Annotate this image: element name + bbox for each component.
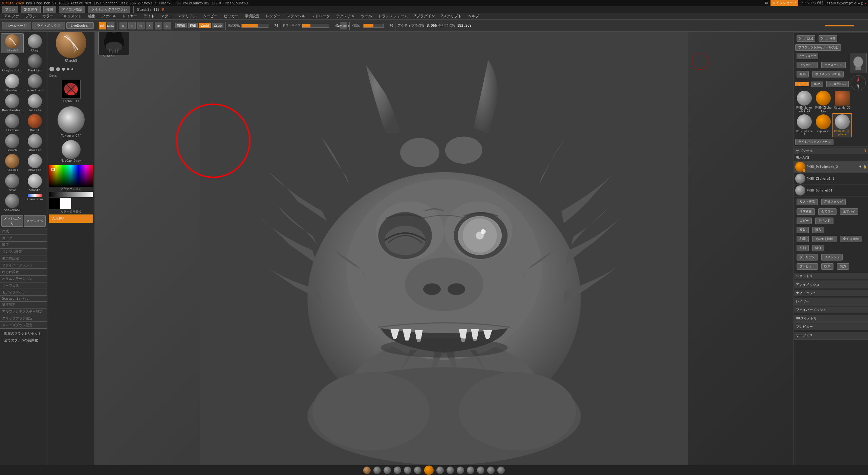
delete-all-button[interactable]: 全て を削除 bbox=[840, 236, 862, 242]
split-button[interactable]: 分割 bbox=[797, 245, 809, 251]
menu-edit[interactable]: 編集 bbox=[85, 13, 98, 19]
menu-render[interactable]: レンダー bbox=[263, 13, 283, 19]
tool-pm3d-zsphere[interactable]: PM3D_ZSphere1 bbox=[814, 90, 832, 113]
copy-subtool-button[interactable]: コピー bbox=[797, 218, 812, 224]
brush-hpolish[interactable]: hPolish bbox=[24, 153, 46, 173]
icon-set-button[interactable]: アイコン指定 bbox=[59, 5, 85, 14]
lock-icon[interactable]: 🔒 bbox=[863, 165, 867, 168]
tool-save-button[interactable]: ツール保存 bbox=[819, 35, 837, 42]
import-button[interactable]: インポート bbox=[797, 62, 818, 68]
append-button[interactable]: アペンド bbox=[815, 218, 833, 224]
texture-preview[interactable] bbox=[58, 106, 85, 133]
menu-stroke[interactable]: ストローク bbox=[309, 13, 333, 19]
section-fibermesh[interactable]: ファイバーメッシュ bbox=[0, 262, 47, 269]
all-low-button[interactable]: 全てロー bbox=[818, 208, 837, 215]
rename-button[interactable]: 名前変更 bbox=[797, 208, 815, 215]
menu-alpha[interactable]: アルファ bbox=[1, 13, 22, 19]
brush-slash3b[interactable]: Slash3 bbox=[1, 153, 23, 173]
brush-claybuildup[interactable]: ClayBuildup bbox=[1, 53, 23, 73]
lightbox-brush-button[interactable]: ライトボックス>ブラシ bbox=[88, 5, 130, 14]
output-button[interactable]: 出力 bbox=[837, 263, 849, 270]
subtool-zsphere1[interactable]: PM3D_ZSphere1_1 bbox=[794, 173, 868, 185]
merge-button[interactable]: 結合 bbox=[812, 245, 824, 251]
matcap-preview[interactable] bbox=[62, 140, 81, 159]
brush-snakehook[interactable]: SnakeHook bbox=[1, 193, 23, 212]
tool-zsphere1[interactable]: ZSphere1 bbox=[814, 114, 832, 137]
section-sample[interactable]: サンプル設定 bbox=[0, 248, 47, 255]
tool-polysphere1[interactable]: PolySphere1 bbox=[795, 114, 813, 137]
lightbox-tab[interactable]: ライトボックス bbox=[32, 22, 65, 29]
brush-flatten[interactable]: Flatten bbox=[1, 113, 23, 133]
viewport-head-control[interactable] bbox=[850, 53, 867, 73]
subtool-header[interactable]: サブツール 3 bbox=[794, 148, 868, 154]
main-canvas[interactable]: Slash3 bbox=[95, 26, 794, 465]
reference-thumbnail[interactable] bbox=[98, 29, 129, 54]
menu-light[interactable]: ライト bbox=[141, 13, 157, 19]
layer-header[interactable]: レイヤー bbox=[794, 298, 868, 305]
polymesh3d-button[interactable]: ポリメッシュ3D化 bbox=[812, 71, 844, 77]
reset-all-brushes-button[interactable]: 全てのブラシの初期化 bbox=[1, 337, 46, 344]
menu-layer[interactable]: レイヤー bbox=[120, 13, 140, 19]
mode-btn-4[interactable]: ● bbox=[146, 22, 153, 29]
bw-gradient-bar[interactable] bbox=[49, 192, 93, 197]
section-curve[interactable]: カーブ bbox=[0, 235, 47, 242]
draw-button[interactable]: Draw bbox=[107, 22, 114, 29]
subtool-sphere3d1[interactable]: PM3D_Sphere3D1 bbox=[794, 185, 868, 197]
menu-stencil[interactable]: ステンシル bbox=[284, 13, 308, 19]
brush-inflate[interactable]: Inflate bbox=[24, 93, 46, 113]
tool-polysphere-active[interactable]: PM3D_PolySphere bbox=[833, 114, 851, 137]
tool-copy-button[interactable]: ツールコピー bbox=[797, 53, 818, 59]
bottom-sphere-5[interactable] bbox=[404, 467, 411, 474]
fibermesh-header[interactable]: ファイバーメッシュ bbox=[794, 307, 868, 313]
brush-spolish[interactable]: sPolish bbox=[24, 133, 46, 153]
bottom-sphere-2[interactable] bbox=[373, 467, 381, 474]
menu-zplugin[interactable]: Zプラグイン bbox=[411, 13, 438, 19]
bottom-sphere-13[interactable] bbox=[487, 467, 495, 474]
z-intensity-slider[interactable] bbox=[363, 24, 384, 28]
bottom-sphere-8[interactable] bbox=[436, 467, 444, 474]
close-icon[interactable]: ✕ bbox=[865, 1, 867, 5]
brush-load-button[interactable]: ブラシ bbox=[2, 5, 18, 14]
goz-button[interactable]: GoZ bbox=[811, 82, 823, 87]
section-twist[interactable]: ねじれ設定 bbox=[0, 269, 47, 275]
brush-masklin[interactable]: MaskLin bbox=[24, 53, 46, 73]
alpha-thumb[interactable] bbox=[62, 80, 81, 99]
clone-button[interactable]: 複製 bbox=[43, 5, 56, 14]
export-button[interactable]: エクスポート bbox=[821, 62, 846, 68]
brush-paint[interactable]: Paint bbox=[24, 113, 46, 133]
remesh-button[interactable]: リメッシュ bbox=[821, 254, 843, 261]
mode-btn-1[interactable]: ⊕ bbox=[120, 22, 127, 29]
tool-pm3d-sphere[interactable]: PM3D_Sphere3D1-52 bbox=[795, 90, 813, 113]
save-as-button[interactable]: 別名保存 bbox=[21, 5, 41, 14]
bottom-sphere-3[interactable] bbox=[384, 467, 391, 474]
bottom-sphere-11[interactable] bbox=[467, 467, 474, 474]
draw-size-slider[interactable] bbox=[302, 24, 329, 28]
preview-button[interactable]: プレビュー bbox=[797, 263, 818, 270]
mrgb-label[interactable]: MRGB bbox=[175, 23, 187, 28]
color-swatch-black[interactable] bbox=[49, 198, 60, 209]
section-clip[interactable]: クリップブラシ設定 bbox=[0, 315, 47, 322]
view-only-button[interactable]: て 表示のみ bbox=[826, 81, 849, 87]
edit-button[interactable]: Edit bbox=[99, 22, 106, 29]
menu-tool[interactable]: ツール bbox=[358, 13, 375, 19]
maximize-icon[interactable]: □ bbox=[861, 1, 863, 5]
livebool-tab[interactable]: LiveBoolean bbox=[66, 22, 94, 29]
section-orientation[interactable]: オリエンテーション bbox=[0, 275, 47, 282]
menu-movie[interactable]: ムービー bbox=[200, 13, 220, 19]
subtool-polysphere2[interactable]: PM3D_PolySphere_2 👁 🔒 bbox=[794, 161, 868, 173]
section-sculptris[interactable]: Sculptris Pro bbox=[0, 296, 47, 301]
menu-help[interactable]: ヘルプ bbox=[465, 13, 482, 19]
clone-tool-button[interactable]: 複製 bbox=[797, 71, 809, 77]
brush-transpose[interactable]: Transpose bbox=[24, 193, 46, 212]
menu-zscript[interactable]: Zスクリプト bbox=[438, 13, 465, 19]
menu-material[interactable]: マテリアル bbox=[175, 13, 199, 19]
focal-shift-slider[interactable] bbox=[241, 24, 268, 28]
color-canvas[interactable] bbox=[49, 165, 93, 187]
brush-clay[interactable]: Clay bbox=[24, 33, 46, 53]
minimize-icon[interactable]: — bbox=[858, 1, 860, 5]
dynamic-btn[interactable]: Dynamic bbox=[340, 22, 347, 29]
nanomesh-header[interactable]: ナノメッシュ bbox=[794, 290, 868, 296]
zsub-label[interactable]: Zsub bbox=[212, 23, 223, 28]
menu-brush[interactable]: ブラシ bbox=[22, 13, 39, 19]
geometry-header[interactable]: ジオメトリ bbox=[794, 273, 868, 279]
